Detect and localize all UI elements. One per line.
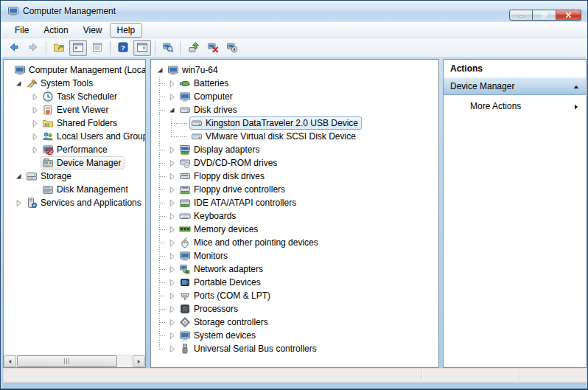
menu-item-action[interactable]: Action	[36, 23, 75, 38]
tree-item-services-and-applications[interactable]: Services and Applications	[4, 196, 145, 209]
menu-item-help[interactable]: Help	[110, 23, 143, 38]
expander-collapsed-icon[interactable]	[166, 196, 178, 209]
show-action-pane-button[interactable]	[133, 40, 151, 56]
close-button[interactable]	[556, 10, 581, 21]
tree-item-disk-drives[interactable]: Disk drives	[151, 103, 438, 116]
expander-expanded-icon[interactable]	[13, 170, 24, 183]
expander-expanded-icon[interactable]	[166, 103, 178, 116]
expander-collapsed-icon[interactable]	[166, 143, 178, 156]
expander-collapsed-icon[interactable]	[166, 276, 178, 289]
tree-item-processors[interactable]: Processors	[151, 302, 438, 316]
mouse-icon	[179, 237, 191, 248]
tree-item-win7u-64[interactable]: win7u-64	[151, 63, 438, 77]
back-arrow-icon	[8, 41, 20, 55]
submenu-arrow-icon	[573, 102, 580, 110]
tree-item-performance[interactable]: Performance	[4, 143, 145, 156]
show-console-tree-button[interactable]	[69, 40, 87, 56]
tree-item-monitors[interactable]: Monitors	[151, 249, 438, 262]
tree-item-disk-management[interactable]: Disk Management	[4, 183, 145, 196]
expander-collapsed-icon[interactable]	[166, 156, 178, 170]
tree-item-local-users-and-groups[interactable]: Local Users and Groups	[4, 130, 145, 143]
scrollbar-thumb[interactable]	[17, 355, 117, 367]
expander-collapsed-icon[interactable]	[13, 196, 24, 209]
title-bar[interactable]: Computer Management	[1, 1, 587, 21]
scroll-left-button[interactable]	[4, 355, 16, 367]
expander-collapsed-icon[interactable]	[166, 342, 178, 355]
tree-item-system-devices[interactable]: System devices	[151, 329, 438, 342]
expander-expanded-icon[interactable]	[154, 63, 166, 77]
expander-collapsed-icon[interactable]	[166, 236, 178, 249]
tree-item-storage-controllers[interactable]: Storage controllers	[151, 316, 438, 329]
more-actions-item[interactable]: More Actions	[444, 95, 586, 117]
expander-collapsed-icon[interactable]	[29, 143, 41, 156]
expander-collapsed-icon[interactable]	[166, 262, 178, 276]
collapse-chevron-icon[interactable]	[573, 83, 580, 90]
expander-collapsed-icon[interactable]	[29, 90, 41, 103]
expander-collapsed-icon[interactable]	[166, 316, 178, 329]
tree-item-label: Floppy disk drives	[194, 171, 265, 181]
tree-item-computer-management-local[interactable]: Computer Management (Local	[4, 63, 145, 77]
tree-item-event-viewer[interactable]: Event Viewer	[4, 103, 145, 116]
expander-collapsed-icon[interactable]	[29, 103, 41, 116]
batteries-icon	[179, 77, 191, 89]
tree-item-task-scheduler[interactable]: Task Scheduler	[4, 90, 145, 103]
tree-item-dvd-cd-rom-drives[interactable]: DVD/CD-ROM drives	[151, 156, 438, 170]
tree-item-floppy-drive-controllers[interactable]: Floppy drive controllers	[151, 183, 438, 196]
back-button[interactable]	[5, 40, 23, 56]
tree-item-portable-devices[interactable]: Portable Devices	[151, 276, 438, 289]
uninstall-device-button[interactable]	[204, 40, 222, 56]
export-list-button[interactable]	[88, 40, 106, 56]
tree-item-kingston-datatraveler-2-0-usb-device[interactable]: Kingston DataTraveler 2.0 USB Device	[151, 116, 438, 130]
tree-item-batteries[interactable]: Batteries	[151, 77, 438, 90]
actions-section-device-manager[interactable]: Device Manager	[444, 77, 586, 95]
tree-item-storage[interactable]: Storage	[4, 170, 145, 183]
menu-item-file[interactable]: File	[7, 23, 36, 38]
disable-device-button[interactable]	[223, 40, 241, 56]
expander-collapsed-icon[interactable]	[166, 170, 178, 183]
system-devices-icon	[179, 330, 191, 341]
expander-collapsed-icon[interactable]	[166, 329, 178, 342]
expander-collapsed-icon[interactable]	[166, 77, 178, 90]
minimize-button[interactable]	[509, 10, 533, 21]
scroll-right-button[interactable]	[133, 355, 145, 367]
tree-item-keyboards[interactable]: Keyboards	[151, 209, 438, 223]
expander-collapsed-icon[interactable]	[166, 249, 178, 262]
tree-item-computer[interactable]: Computer	[151, 90, 438, 103]
computer-management-window: Computer Management FileActionViewHelp ?…	[0, 0, 588, 390]
scan-hardware-changes-button[interactable]	[159, 40, 177, 56]
tree-item-system-tools[interactable]: System Tools	[4, 77, 145, 90]
expander-collapsed-icon[interactable]	[29, 130, 41, 143]
expander-collapsed-icon[interactable]	[166, 183, 178, 196]
expander-collapsed-icon[interactable]	[29, 116, 41, 130]
menu-item-view[interactable]: View	[76, 23, 110, 38]
tree-item-network-adapters[interactable]: Network adapters	[151, 262, 438, 276]
help-button[interactable]: ?	[114, 40, 132, 56]
tree-item-ports-com-lpt[interactable]: Ports (COM & LPT)	[151, 289, 438, 302]
tree-item-floppy-disk-drives[interactable]: Floppy disk drives	[151, 170, 438, 183]
tree-node: System Tools	[24, 77, 97, 90]
up-one-level-button[interactable]	[50, 40, 68, 56]
expander-collapsed-icon[interactable]	[166, 223, 178, 236]
expander-expanded-icon[interactable]	[13, 77, 24, 90]
update-driver-button[interactable]	[185, 40, 203, 56]
maximize-restore-button[interactable]	[533, 10, 556, 21]
expander-collapsed-icon[interactable]	[166, 289, 178, 302]
dvd-drive-icon	[179, 157, 191, 169]
tree-node: Processors	[178, 302, 242, 316]
horizontal-scrollbar[interactable]	[4, 355, 145, 367]
tree-item-memory-devices[interactable]: Memory devices	[151, 223, 438, 236]
tree-item-universal-serial-bus-controllers[interactable]: Universal Serial Bus controllers	[151, 342, 438, 355]
tree-item-shared-folders[interactable]: Shared Folders	[4, 116, 145, 130]
tree-item-vmware-virtual-disk-scsi-disk-device[interactable]: VMware Virtual disk SCSI Disk Device	[151, 130, 438, 143]
tree-guide-line	[154, 329, 166, 342]
tree-item-display-adapters[interactable]: Display adapters	[151, 143, 438, 156]
tree-item-device-manager[interactable]: Device Manager	[4, 156, 145, 170]
forward-button[interactable]	[24, 40, 42, 56]
tree-item-mice-and-other-pointing-devices[interactable]: Mice and other pointing devices	[151, 236, 438, 249]
expander-collapsed-icon[interactable]	[166, 209, 178, 223]
expander-collapsed-icon[interactable]	[166, 302, 178, 316]
tree-node: Kingston DataTraveler 2.0 USB Device	[189, 116, 362, 130]
tree-item-ide-ata-atapi-controllers[interactable]: IDE ATA/ATAPI controllers	[151, 196, 438, 209]
expander-collapsed-icon[interactable]	[166, 90, 178, 103]
tree-item-label: Shared Folders	[57, 118, 117, 128]
